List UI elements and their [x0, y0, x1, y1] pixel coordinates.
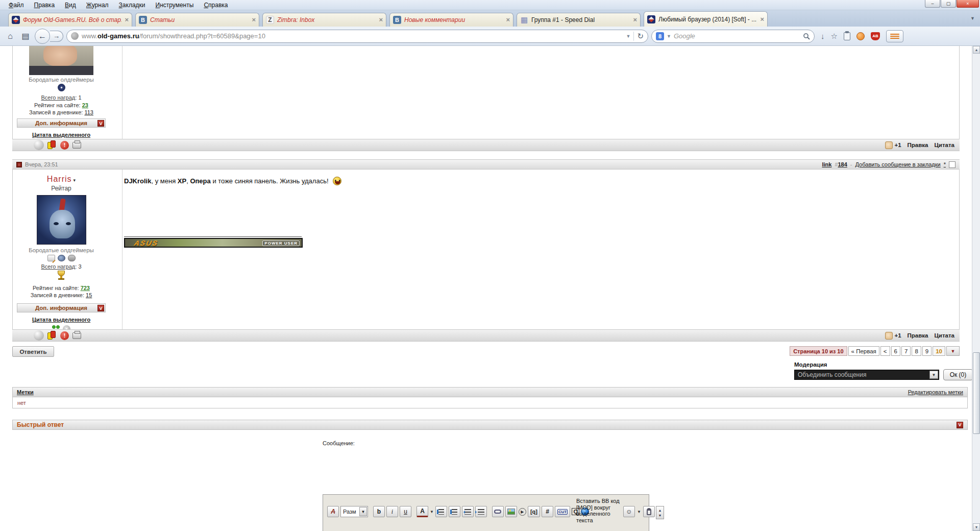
back-button[interactable]: ←	[35, 29, 50, 44]
color-dropdown-icon[interactable]: ▼	[430, 510, 434, 514]
smilies-dropdown-icon[interactable]: ▼	[637, 510, 641, 514]
page-6-button[interactable]: 6	[891, 346, 900, 356]
close-icon[interactable]: ×	[252, 17, 256, 22]
italic-button[interactable]: i	[386, 506, 398, 517]
page-9-button[interactable]: 9	[922, 346, 932, 356]
avatar[interactable]	[29, 46, 93, 75]
resize-down-icon[interactable]: ▼	[658, 514, 662, 517]
edit-button[interactable]: Правка	[908, 142, 928, 148]
close-icon[interactable]: ×	[125, 17, 129, 22]
camera-icon[interactable]	[58, 255, 65, 261]
rating-link[interactable]: 723	[81, 285, 90, 291]
edit-tags-link[interactable]: Редактировать метки	[908, 389, 963, 395]
menu-edit[interactable]: Правка	[30, 1, 60, 10]
address-bar[interactable]: www.old-games.ru/forum/showthread.php?t=…	[66, 30, 648, 43]
url-dropdown-icon[interactable]: ▼	[626, 34, 631, 39]
bold-button[interactable]: b	[373, 506, 385, 517]
chevron-down-icon[interactable]: ▼	[929, 371, 938, 379]
plus-one-button[interactable]: +1	[885, 332, 901, 340]
close-icon[interactable]: ×	[506, 17, 510, 22]
menu-view[interactable]: Вид	[60, 1, 81, 10]
smilies-button[interactable]: ☺	[623, 506, 635, 517]
tab-favorite-browser-active[interactable]: Любимый браузер (2014) [Soft] - ... ×	[644, 11, 768, 27]
google-engine-icon[interactable]: 8	[656, 32, 664, 40]
cut-bbcode-button[interactable]: CUT	[555, 506, 570, 517]
quote-bbcode-button[interactable]: [q]	[528, 506, 540, 517]
quote-selected-link[interactable]: Цитата выделенного	[32, 317, 90, 323]
minimize-button[interactable]: –	[925, 0, 940, 8]
search-bar[interactable]: 8 ▼ Google	[651, 30, 815, 43]
collapse-icon[interactable]: V	[957, 422, 963, 428]
app-menu-button[interactable]	[886, 30, 903, 42]
page-scrollbar[interactable]: ▲ ▼	[972, 46, 980, 531]
ordered-list-button[interactable]	[435, 506, 447, 517]
insert-video-button[interactable]: ▶	[519, 508, 526, 516]
unordered-list-button[interactable]	[449, 506, 460, 517]
insert-image-button[interactable]	[505, 506, 517, 517]
report-icon[interactable]: !	[60, 331, 69, 340]
report-icon[interactable]: !	[60, 141, 69, 150]
close-icon[interactable]: ×	[760, 17, 764, 22]
avatar[interactable]	[37, 195, 86, 245]
menu-help[interactable]: Справка	[199, 1, 232, 10]
font-size-select[interactable]: Разм▼	[340, 506, 368, 517]
code-bbcode-button[interactable]: #	[542, 506, 553, 517]
remove-format-button[interactable]: A	[327, 506, 339, 517]
collapse-icon[interactable]: V	[97, 305, 104, 311]
post-link[interactable]: link	[822, 161, 831, 167]
user-dropdown-icon[interactable]: ▾	[74, 178, 76, 183]
page-7-button[interactable]: 7	[901, 346, 911, 356]
close-window-button[interactable]: ×	[957, 0, 979, 8]
forward-button[interactable]: →	[50, 31, 63, 42]
tab-new-comments[interactable]: B Новые комментарии ×	[389, 13, 513, 27]
ip-icon[interactable]	[72, 332, 81, 339]
underline-button[interactable]: u	[400, 506, 411, 517]
trophy-icon[interactable]	[57, 271, 65, 281]
page-jump-dropdown[interactable]: ▼	[946, 346, 960, 356]
bookmarks-sidebar-icon[interactable]: ▤	[19, 30, 32, 42]
tab-articles[interactable]: B Статьи ×	[135, 13, 259, 27]
list-all-tabs-icon[interactable]: ▼	[970, 16, 975, 21]
page-8-button[interactable]: 8	[912, 346, 921, 356]
page-10-current[interactable]: 10	[933, 346, 945, 356]
close-icon[interactable]: ×	[379, 17, 383, 22]
reply-button[interactable]: Ответить	[12, 346, 54, 357]
font-color-button[interactable]: A	[416, 506, 428, 517]
scroll-down-icon[interactable]: ▼	[973, 523, 980, 531]
rating-link[interactable]: 23	[82, 102, 88, 108]
engine-dropdown-icon[interactable]: ▼	[667, 34, 671, 39]
close-icon[interactable]: ×	[633, 17, 637, 22]
tab-speed-dial[interactable]: ▦ Группа #1 - Speed Dial ×	[517, 13, 641, 27]
insert-link-button[interactable]	[492, 506, 504, 517]
plus-one-button[interactable]: +1	[885, 141, 901, 149]
downloads-icon[interactable]: ↓	[821, 32, 825, 40]
awards-link[interactable]: Всего наград	[41, 94, 75, 101]
first-page-button[interactable]: « Первая	[848, 346, 879, 356]
tab-zimbra-inbox[interactable]: Z Zimbra: Inbox ×	[262, 13, 386, 27]
post-select-checkbox[interactable]	[949, 161, 955, 168]
quote-button[interactable]: Цитата	[934, 142, 954, 148]
home-icon[interactable]: ⌂	[4, 30, 16, 42]
scrollbar-thumb[interactable]	[973, 352, 980, 434]
moderation-select[interactable]: Объединить сообщения ▼	[794, 370, 939, 380]
username-row[interactable]: Harris ▾	[13, 175, 110, 184]
gamepad-icon[interactable]	[68, 255, 76, 261]
blog-link[interactable]: 113	[84, 109, 93, 115]
editor-resize-control[interactable]: ▲ ▼	[656, 506, 664, 519]
warning-cards-icon[interactable]	[47, 140, 57, 150]
tab-forum-oldgames[interactable]: Форум Old-Games.RU. Всё о стар... ×	[8, 13, 132, 27]
collapse-icon[interactable]: V	[97, 120, 104, 127]
indent-button[interactable]	[475, 506, 487, 517]
extra-info-header[interactable]: Доп. информация V	[17, 118, 106, 128]
warning-cards-icon[interactable]	[47, 331, 57, 340]
star-link[interactable]: *	[944, 161, 946, 167]
reload-icon[interactable]: ↻	[637, 32, 644, 41]
note-icon[interactable]	[47, 255, 55, 261]
bookmark-star-icon[interactable]: ☆	[831, 32, 838, 41]
clipboard-addon-icon[interactable]	[844, 32, 850, 40]
search-placeholder[interactable]: Google	[674, 32, 800, 40]
menu-file[interactable]: Файл	[4, 1, 29, 10]
blog-link[interactable]: 15	[86, 292, 92, 298]
edit-button[interactable]: Правка	[908, 332, 928, 339]
moderation-ok-button[interactable]: Ок (0)	[943, 369, 972, 380]
